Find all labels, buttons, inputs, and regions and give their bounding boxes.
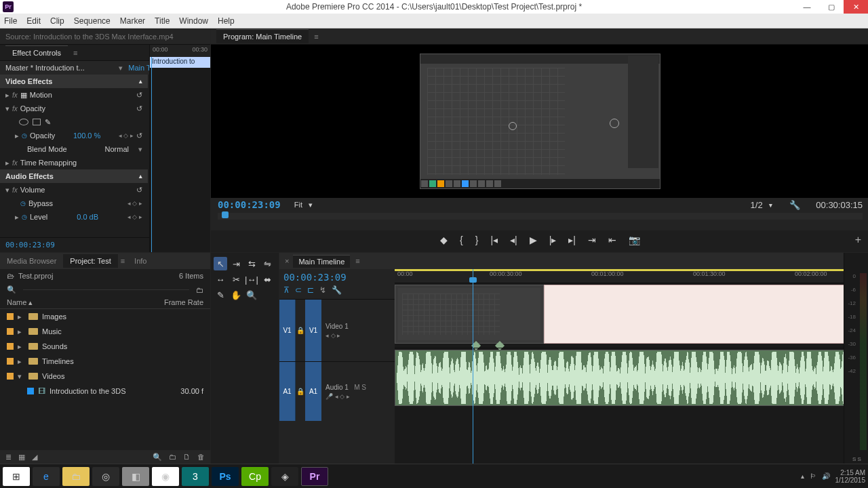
taskbar-explorer[interactable]: 🗀 xyxy=(62,467,90,486)
track-target-a1[interactable]: A1 xyxy=(305,362,321,421)
search-icon[interactable]: 🔍 xyxy=(7,285,16,294)
source-patch-v1[interactable]: V1 xyxy=(279,300,296,361)
track-select-tool[interactable]: ⇥ xyxy=(229,257,243,270)
ripple-edit-tool[interactable]: ⇆ xyxy=(245,257,258,270)
settings-icon[interactable]: ↯ xyxy=(319,285,326,295)
taskbar-unity[interactable]: ◈ xyxy=(271,467,298,486)
timeline-track-area[interactable]: 00:00 00:00:30:00 00:01:00:00 00:01:30:0… xyxy=(395,269,868,464)
effect-time-remapping[interactable]: ▸fx Time Remapping xyxy=(0,156,148,169)
export-frame-icon[interactable]: 📷 xyxy=(629,235,640,245)
slip-tool[interactable]: |↔| xyxy=(245,272,258,286)
video-clip[interactable] xyxy=(544,285,868,344)
resolution-dropdown[interactable]: 1/2 xyxy=(751,200,763,210)
marker-icon[interactable]: ⊏ xyxy=(307,285,314,295)
rolling-edit-tool[interactable]: ⇋ xyxy=(260,257,274,270)
blend-mode-row[interactable]: Blend Mode Normal ▾ xyxy=(0,142,148,156)
video-clip[interactable] xyxy=(395,285,544,344)
col-framerate[interactable]: Frame Rate xyxy=(164,298,203,307)
scrub-playhead[interactable] xyxy=(222,211,229,218)
level-value[interactable]: 0.0 dB xyxy=(77,213,98,221)
out-point-icon[interactable]: } xyxy=(475,235,479,245)
opacity-value[interactable]: 100.0 % xyxy=(73,131,100,140)
program-viewport[interactable] xyxy=(211,45,868,198)
slide-tool[interactable]: ⬌ xyxy=(260,272,274,286)
start-button[interactable]: ⊞ xyxy=(3,467,30,486)
new-bin-icon[interactable]: 🗀 xyxy=(196,286,203,294)
audio-lane[interactable] xyxy=(395,348,868,407)
taskbar-ie[interactable]: e xyxy=(33,467,60,486)
menu-edit[interactable]: Edit xyxy=(26,16,41,26)
reset-icon[interactable]: ↺ xyxy=(136,91,142,100)
minimize-button[interactable]: — xyxy=(795,0,819,14)
icon-view-icon[interactable]: ▦ xyxy=(18,453,25,462)
effect-volume[interactable]: ▾fx Volume ↺ xyxy=(0,183,148,197)
reset-icon[interactable]: ↺ xyxy=(136,104,142,113)
program-tab[interactable]: Program: Main Timeline xyxy=(216,29,309,43)
in-point-icon[interactable]: { xyxy=(460,235,463,245)
list-item[interactable]: ▸Music xyxy=(0,324,210,339)
panel-menu-icon[interactable]: ≡ xyxy=(121,257,125,265)
step-fwd-icon[interactable]: |▸ xyxy=(549,235,557,245)
pen-mask-icon[interactable]: ✎ xyxy=(45,118,51,127)
source-patch-a1[interactable]: A1 xyxy=(279,362,296,421)
ec-timecode[interactable]: 00:00:23:09 xyxy=(5,241,55,249)
menu-sequence[interactable]: Sequence xyxy=(74,16,111,26)
taskbar-app[interactable]: ◧ xyxy=(122,467,149,486)
maximize-button[interactable]: ▢ xyxy=(819,0,844,14)
search-input[interactable] xyxy=(23,289,189,290)
track-header-v1[interactable]: V1 🔒 V1 Video 1◂ ◇ ▸ xyxy=(279,299,395,361)
stopwatch-icon[interactable]: ◷ xyxy=(22,132,27,139)
tray-volume-icon[interactable]: 🔊 xyxy=(822,472,830,480)
timeline-timecode[interactable]: 00:00:23:09 xyxy=(283,272,391,283)
reset-icon[interactable]: ↺ xyxy=(136,186,142,195)
linked-selection-icon[interactable]: ⊂ xyxy=(295,285,302,295)
menu-file[interactable]: File xyxy=(4,16,17,26)
snap-icon[interactable]: ⊼ xyxy=(283,285,290,295)
source-tab[interactable]: Source: Introduction to the 3DS Max Inte… xyxy=(5,33,205,41)
sort-icon[interactable]: ◢ xyxy=(32,453,37,462)
effect-opacity[interactable]: ▾fx Opacity ↺ xyxy=(0,102,148,115)
razor-tool[interactable]: ✂ xyxy=(229,272,243,286)
stopwatch-icon[interactable]: ◷ xyxy=(22,214,27,220)
audio-clip[interactable] xyxy=(395,350,868,406)
effect-controls-tab[interactable]: Effect Controls xyxy=(5,45,68,60)
rect-mask-icon[interactable] xyxy=(33,119,41,125)
lock-icon[interactable]: 🔒 xyxy=(296,327,305,334)
menu-window[interactable]: Window xyxy=(179,16,208,26)
tray-expand-icon[interactable]: ▴ xyxy=(801,472,804,480)
tray-flag-icon[interactable]: 🏳 xyxy=(810,472,816,480)
zoom-tool[interactable]: 🔍 xyxy=(245,288,258,302)
panel-menu-icon[interactable]: ≡ xyxy=(355,257,359,265)
menu-marker[interactable]: Marker xyxy=(120,16,145,26)
ec-playhead[interactable] xyxy=(151,57,152,252)
tab-info[interactable]: Info xyxy=(127,254,153,268)
program-timecode[interactable]: 00:00:23:09 xyxy=(218,199,281,210)
extract-icon[interactable]: ⇤ xyxy=(608,235,616,245)
close-button[interactable]: ✕ xyxy=(844,0,868,14)
ellipse-mask-icon[interactable] xyxy=(19,119,28,125)
wrench-icon[interactable]: 🔧 xyxy=(789,200,800,210)
taskbar-captivate[interactable]: Cp xyxy=(241,467,269,486)
col-name[interactable]: Name ▴ xyxy=(7,298,164,307)
menu-help[interactable]: Help xyxy=(218,16,235,26)
menu-title[interactable]: Title xyxy=(155,16,170,26)
keyframe-nav[interactable]: ◂ ◇ ▸ xyxy=(119,132,134,139)
lift-icon[interactable]: ⇥ xyxy=(588,235,596,245)
keyframe-nav[interactable]: ◂ ◇ ▸ xyxy=(326,332,391,339)
selection-tool[interactable]: ↖ xyxy=(214,257,227,270)
list-view-icon[interactable]: ≣ xyxy=(5,453,12,462)
panel-menu-icon[interactable]: ≡ xyxy=(73,49,77,57)
button-editor-icon[interactable]: + xyxy=(855,234,861,246)
zoom-fit-dropdown[interactable]: Fit ▾ xyxy=(294,201,313,209)
play-icon[interactable]: ▶ xyxy=(530,235,537,245)
timeline-ruler[interactable]: 00:00 00:00:30:00 00:01:00:00 00:01:30:0… xyxy=(395,269,868,283)
taskbar-photoshop[interactable]: Ps xyxy=(212,467,239,486)
menu-clip[interactable]: Clip xyxy=(50,16,64,26)
goto-in-icon[interactable]: |◂ xyxy=(490,235,498,245)
timeline-tab[interactable]: Main Timeline xyxy=(293,255,350,268)
list-item[interactable]: ▾Videos xyxy=(0,369,210,384)
video-lane[interactable] xyxy=(395,283,868,345)
tab-media-browser[interactable]: Media Browser xyxy=(0,254,63,268)
panel-menu-icon[interactable]: ≡ xyxy=(314,33,318,41)
keyframe-nav[interactable]: ◂ ◇ ▸ xyxy=(127,200,142,207)
